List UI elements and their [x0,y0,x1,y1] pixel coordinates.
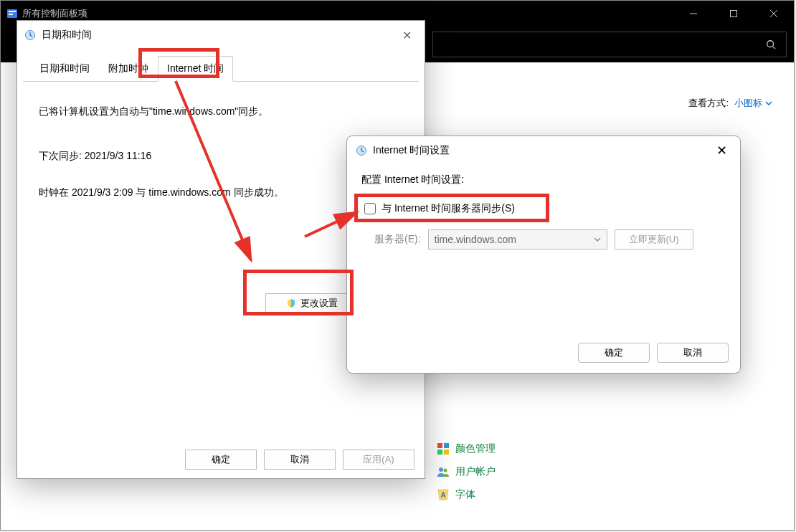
its-title: Internet 时间设置 [373,144,711,157]
close-button[interactable] [754,1,794,27]
view-mode-link[interactable]: 小图标 [734,97,772,110]
cp-item-label: 用户帐户 [455,465,496,478]
chevron-down-icon [765,100,772,107]
its-cancel-button[interactable]: 取消 [657,343,729,363]
users-icon [437,465,450,478]
search-input[interactable] [432,32,787,57]
dt-tabs: 日期和时间 附加时钟 Internet 时间 [23,49,419,82]
svg-rect-11 [437,450,442,455]
tab-internet-time[interactable]: Internet 时间 [158,56,233,82]
cp-item-fonts[interactable]: A 字体 [437,488,496,501]
cp-item-color[interactable]: 颜色管理 [437,442,496,455]
server-label: 服务器(E): [374,233,421,246]
tab-date-time[interactable]: 日期和时间 [30,56,99,82]
svg-rect-1 [9,11,16,12]
dt-cancel-button[interactable]: 取消 [264,450,336,470]
svg-point-7 [767,41,774,47]
its-ok-button[interactable]: 确定 [578,343,650,363]
sync-checkbox[interactable] [364,203,376,214]
svg-rect-9 [437,443,442,448]
maximize-button[interactable] [714,1,754,27]
color-icon [437,442,450,455]
view-mode-text: 小图标 [734,97,762,110]
svg-point-13 [439,467,443,472]
change-settings-label: 更改设置 [300,297,338,310]
dt-apply-button[interactable]: 应用(A) [343,450,414,470]
its-titlebar: Internet 时间设置 ✕ [347,136,740,165]
window-controls [673,1,794,27]
server-value: time.windows.com [435,234,516,245]
view-label: 查看方式: [688,97,729,110]
its-sync-row: 与 Internet 时间服务器同步(S) [361,199,726,218]
svg-rect-2 [9,14,13,15]
its-body: 配置 Internet 时间设置: 与 Internet 时间服务器同步(S) … [347,165,740,258]
dt-ok-button[interactable]: 确定 [185,450,257,470]
fonts-icon: A [437,488,450,501]
dt-sync-info: 已将计算机设置为自动与"time.windows.com"同步。 [39,103,403,119]
svg-rect-12 [444,450,449,455]
internet-time-settings-dialog: Internet 时间设置 ✕ 配置 Internet 时间设置: 与 Inte… [346,136,741,374]
dt-close-button[interactable]: ✕ [396,24,417,46]
window-title: 所有控制面板项 [22,7,673,20]
sync-label: 与 Internet 时间服务器同步(S) [382,202,515,215]
its-close-button[interactable]: ✕ [711,141,731,161]
control-panel-icon [6,8,18,19]
its-server-row: 服务器(E): time.windows.com 立即更新(U) [361,229,726,250]
clock-icon [356,145,367,156]
cp-item-users[interactable]: 用户帐户 [437,465,496,478]
dt-title: 日期和时间 [42,29,396,42]
its-config-label: 配置 Internet 时间设置: [361,174,726,186]
update-now-button[interactable]: 立即更新(U) [615,229,693,250]
chevron-down-icon [594,236,601,243]
tab-additional-clocks[interactable]: 附加时钟 [99,56,158,82]
svg-rect-10 [444,443,449,448]
svg-point-14 [444,469,447,472]
cp-item-label: 字体 [455,488,475,501]
shield-icon [286,298,296,308]
svg-line-8 [773,47,776,49]
minimize-button[interactable] [673,1,714,27]
change-settings-button[interactable]: 更改设置 [265,293,359,313]
clock-icon [24,29,36,41]
view-mode-row: 查看方式: 小图标 [688,97,772,110]
server-combo[interactable]: time.windows.com [428,229,607,250]
dt-buttons: 确定 取消 应用(A) [185,450,414,470]
svg-rect-4 [731,11,737,17]
svg-text:A: A [440,491,445,499]
its-buttons: 确定 取消 [578,343,729,363]
control-panel-items: 颜色管理 用户帐户 A 字体 [437,442,496,501]
dt-titlebar: 日期和时间 ✕ [17,21,425,49]
search-icon [766,39,776,49]
cp-item-label: 颜色管理 [455,442,496,455]
